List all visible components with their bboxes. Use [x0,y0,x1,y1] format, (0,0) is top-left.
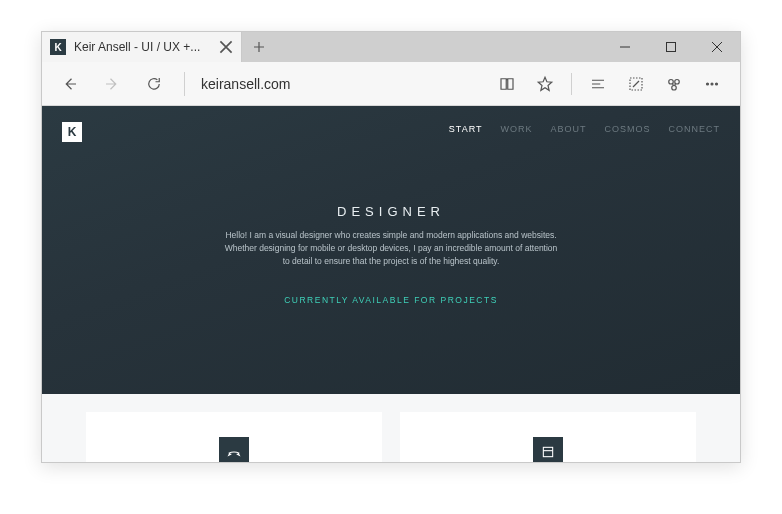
window-controls [602,32,740,62]
nav-link-work[interactable]: WORK [500,124,532,134]
tab-title: Keir Ansell - UI / UX +... [74,40,211,54]
close-window-button[interactable] [694,32,740,62]
svg-point-6 [711,83,713,85]
hero-cta-link[interactable]: CURRENTLY AVAILABLE FOR PROJECTS [181,295,601,305]
hero-description: Hello! I am a visual designer who create… [181,229,601,269]
svg-point-7 [716,83,718,85]
site-nav: START WORK ABOUT COSMOS CONNECT [449,124,720,134]
favorites-button[interactable] [527,66,563,102]
maximize-button[interactable] [648,32,694,62]
svg-point-5 [707,83,709,85]
browser-window: K Keir Ansell - UI / UX +... [41,31,741,463]
nav-link-connect[interactable]: CONNECT [669,124,721,134]
favicon-icon: K [50,39,66,55]
cards-section [42,394,740,462]
hub-button[interactable] [580,66,616,102]
page-viewport: K START WORK ABOUT COSMOS CONNECT DESIGN… [42,106,740,462]
close-tab-button[interactable] [219,40,233,54]
refresh-button[interactable] [136,66,172,102]
browser-tab[interactable]: K Keir Ansell - UI / UX +... [42,32,242,62]
share-button[interactable] [656,66,692,102]
toolbar-divider [571,73,572,95]
minimize-button[interactable] [602,32,648,62]
hero-content: DESIGNER Hello! I am a visual designer w… [181,204,601,305]
browser-toolbar [42,62,740,106]
tab-strip: K Keir Ansell - UI / UX +... [42,32,740,62]
svg-point-4 [672,85,677,90]
service-card[interactable] [400,412,696,462]
back-button[interactable] [52,66,88,102]
service-card[interactable] [86,412,382,462]
new-tab-button[interactable] [242,32,276,62]
svg-rect-8 [543,447,552,456]
pen-tool-icon [219,437,249,462]
nav-link-about[interactable]: ABOUT [550,124,586,134]
hero-section: K START WORK ABOUT COSMOS CONNECT DESIGN… [42,106,740,394]
address-separator [184,72,185,96]
web-note-button[interactable] [618,66,654,102]
nav-link-cosmos[interactable]: COSMOS [604,124,650,134]
hero-title: DESIGNER [181,204,601,219]
site-logo[interactable]: K [62,122,82,142]
nav-link-start[interactable]: START [449,124,483,134]
layout-icon [533,437,563,462]
reading-view-button[interactable] [489,66,525,102]
forward-button[interactable] [94,66,130,102]
more-button[interactable] [694,66,730,102]
address-bar[interactable] [195,76,483,92]
svg-rect-0 [667,43,676,52]
